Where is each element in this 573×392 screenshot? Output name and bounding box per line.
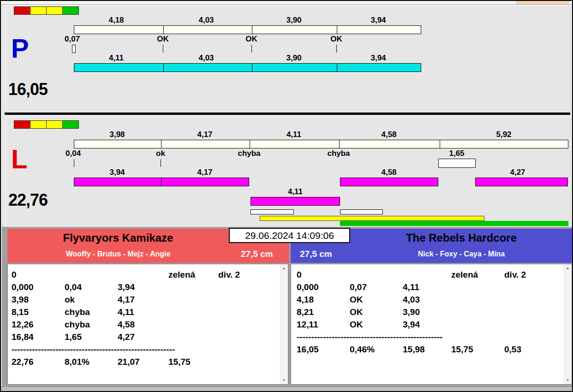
log-cell: OK bbox=[350, 306, 363, 318]
split-time-label: 3,94 bbox=[370, 16, 386, 25]
segment-divider bbox=[252, 64, 252, 71]
split-time-label: 3,90 bbox=[286, 53, 301, 63]
log-cell: ----------------------------------------… bbox=[297, 331, 442, 343]
mark-label: chyba bbox=[327, 149, 350, 158]
log-cell: 21,07 bbox=[118, 356, 140, 368]
log-cell: OK bbox=[350, 318, 363, 331]
log-row: 16,050,46%15,9815,750,53 bbox=[291, 343, 572, 356]
start-lights bbox=[14, 120, 78, 129]
log-cell: 0 bbox=[297, 268, 302, 281]
segment-divider bbox=[440, 140, 440, 148]
log-cell: zelená bbox=[451, 268, 478, 281]
split-time-label: 4,27 bbox=[510, 168, 525, 177]
log-row: 12,11OK3,94 bbox=[291, 318, 572, 331]
log-cell: 1,65 bbox=[65, 331, 82, 343]
log-cell: 16,84 bbox=[12, 331, 34, 343]
log-body: 0zelenádiv. 20,0000,074,114,18OK4,038,21… bbox=[291, 264, 572, 384]
log-cell: 3,98 bbox=[12, 293, 29, 306]
split-time-label: 4,11 bbox=[288, 187, 303, 196]
split-time-label: 3,94 bbox=[109, 168, 125, 177]
log-row: 3,98ok4,17 bbox=[8, 293, 288, 306]
mark-label: 0,04 bbox=[66, 149, 81, 158]
title-strip bbox=[1, 1, 572, 5]
log-cell: 0,000 bbox=[297, 281, 319, 293]
log-row: ----------------------------------------… bbox=[291, 331, 572, 343]
crossing-tick bbox=[251, 45, 252, 53]
log-cell: 4,11 bbox=[118, 306, 134, 318]
light-indicator-yellow bbox=[30, 120, 47, 129]
scroll-down-icon[interactable]: ▼ bbox=[564, 377, 571, 384]
log-cell: 12,26 bbox=[12, 318, 34, 331]
log-cell: chyba bbox=[65, 306, 90, 318]
split-time-label: 4,17 bbox=[197, 168, 212, 177]
split-time-label: 4,11 bbox=[286, 130, 301, 139]
split-time-label: 4,03 bbox=[198, 16, 214, 25]
lane-letter: L bbox=[11, 146, 27, 172]
scroll-up-icon[interactable]: ▲ bbox=[281, 265, 287, 272]
split-time-label: 4,11 bbox=[109, 53, 124, 63]
log-cell: 8,15 bbox=[12, 306, 29, 318]
log-cell: div. 2 bbox=[218, 268, 240, 281]
pending-box bbox=[251, 209, 294, 214]
timestamp: 29.06.2024 14:09:06 bbox=[229, 228, 350, 243]
lane-letter: P bbox=[11, 35, 29, 62]
log-cell: chyba bbox=[65, 318, 90, 331]
log-cell: 4,58 bbox=[118, 318, 135, 331]
team-name: The Rebels Hardcore bbox=[351, 232, 572, 244]
status-bar bbox=[1, 386, 572, 391]
split-bar-actual bbox=[340, 178, 438, 186]
crossing-box bbox=[72, 45, 76, 53]
log-cell: 0 bbox=[12, 268, 17, 281]
crossing-tick bbox=[163, 45, 163, 53]
log-row: 0,0000,043,94 bbox=[8, 281, 288, 293]
app-window: P 16,05 4,184,033,903,940,07OKOKOK4,114,… bbox=[0, 0, 573, 392]
split-time-label: 5,92 bbox=[496, 130, 511, 139]
log-cell: zelená bbox=[168, 268, 195, 281]
split-time-label: 4,03 bbox=[198, 53, 214, 63]
log-cell: 0,000 bbox=[12, 281, 34, 293]
jump-height: 27,5 cm bbox=[241, 249, 273, 259]
log-cell: div. 2 bbox=[504, 268, 526, 281]
mark-label: 1,65 bbox=[449, 149, 464, 158]
split-time-label: 4,58 bbox=[381, 168, 396, 177]
log-cell: ----------------------------------------… bbox=[12, 343, 175, 356]
mark-label: chyba bbox=[238, 149, 260, 158]
log-row: 8,15chyba4,11 bbox=[8, 306, 288, 318]
log-cell: 15,75 bbox=[451, 343, 473, 356]
segment-divider bbox=[337, 64, 337, 71]
scroll-down-icon[interactable]: ▼ bbox=[281, 377, 287, 384]
split-bar-actual bbox=[475, 178, 568, 186]
dog-names: Wooffy - Brutus - Mejz - Angie bbox=[7, 250, 229, 258]
scroll-up-icon[interactable]: ▲ bbox=[564, 265, 571, 272]
scrollbar[interactable]: ▲ ▼ bbox=[280, 265, 287, 384]
log-cell: 16,05 bbox=[297, 343, 319, 356]
log-cell: 0,46% bbox=[350, 343, 375, 356]
segment-divider bbox=[337, 26, 337, 34]
split-time-label: 4,58 bbox=[381, 130, 396, 139]
results-section: Flyvaryors Kamikaze Wooffy - Brutus - Me… bbox=[2, 227, 573, 386]
crossing-tick bbox=[161, 159, 161, 167]
log-cell: ok bbox=[65, 293, 75, 306]
log-row: ----------------------------------------… bbox=[8, 343, 288, 356]
split-bar-actual bbox=[74, 63, 421, 72]
segment-divider bbox=[161, 140, 161, 148]
log-cell: 0,53 bbox=[504, 343, 521, 356]
mark-label: OK bbox=[157, 35, 169, 44]
light-indicator-green bbox=[62, 120, 79, 129]
split-time-label: 3,90 bbox=[286, 16, 301, 25]
split-time-label: 4,17 bbox=[197, 130, 212, 139]
scrollbar[interactable]: ▲ ▼ bbox=[564, 265, 571, 384]
split-time-label: 3,98 bbox=[109, 130, 125, 139]
log-row: 4,18OK4,03 bbox=[291, 293, 572, 306]
split-bar-target bbox=[74, 140, 568, 148]
log-cell: 4,17 bbox=[118, 293, 135, 306]
progress-bar-green bbox=[340, 221, 568, 226]
segment-divider bbox=[163, 64, 164, 71]
log-row: 16,841,654,27 bbox=[8, 331, 288, 343]
mark-label: 0,07 bbox=[65, 35, 80, 44]
light-indicator-red bbox=[14, 120, 30, 129]
mark-label: OK bbox=[245, 35, 257, 44]
log-cell: 12,11 bbox=[297, 318, 318, 331]
mark-label: ok bbox=[156, 149, 165, 158]
log-cell: OK bbox=[350, 293, 363, 306]
